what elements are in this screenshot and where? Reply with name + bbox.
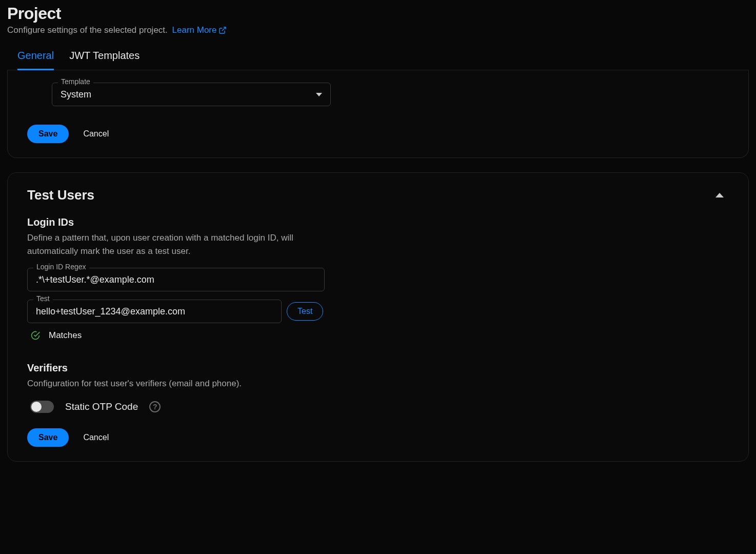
test-users-title: Test Users bbox=[27, 187, 94, 203]
template-card: Template System Save Cancel bbox=[7, 70, 749, 158]
tab-jwt-templates[interactable]: JWT Templates bbox=[69, 45, 140, 70]
static-otp-label: Static OTP Code bbox=[65, 401, 138, 412]
learn-more-link[interactable]: Learn More bbox=[172, 25, 227, 35]
test-row: Test Test bbox=[27, 300, 729, 323]
toggle-knob bbox=[31, 402, 42, 412]
template-buttons: Save Cancel bbox=[27, 125, 729, 143]
login-id-regex-field: Login ID Regex bbox=[27, 268, 729, 291]
page-title: Project bbox=[7, 4, 749, 23]
cancel-button[interactable]: Cancel bbox=[80, 432, 112, 443]
external-link-icon bbox=[218, 26, 227, 34]
collapse-icon[interactable] bbox=[715, 193, 724, 197]
test-button[interactable]: Test bbox=[287, 302, 323, 321]
check-circle-icon bbox=[30, 330, 41, 341]
template-field: Template System bbox=[52, 83, 331, 106]
static-otp-toggle[interactable] bbox=[30, 401, 54, 413]
help-icon[interactable]: ? bbox=[149, 401, 161, 412]
tabs: General JWT Templates bbox=[7, 45, 749, 70]
test-input[interactable] bbox=[27, 300, 282, 323]
verifiers-heading: Verifiers bbox=[27, 362, 729, 374]
test-field: Test bbox=[27, 300, 282, 323]
test-users-card: Test Users Login IDs Define a pattern th… bbox=[7, 172, 749, 462]
cancel-button[interactable]: Cancel bbox=[80, 129, 112, 139]
login-id-regex-input[interactable] bbox=[27, 268, 325, 291]
matches-text: Matches bbox=[49, 330, 82, 341]
save-button[interactable]: Save bbox=[27, 125, 69, 143]
caret-down-icon bbox=[316, 93, 322, 96]
login-ids-description: Define a pattern that, upon user creatio… bbox=[27, 231, 325, 258]
match-result: Matches bbox=[30, 330, 729, 341]
login-id-regex-label: Login ID Regex bbox=[33, 263, 89, 271]
test-users-header: Test Users bbox=[27, 187, 729, 203]
svg-line-0 bbox=[222, 27, 226, 31]
page-description: Configure settings of the selected proje… bbox=[7, 25, 749, 35]
static-otp-row: Static OTP Code ? bbox=[30, 401, 729, 413]
template-label: Template bbox=[58, 77, 93, 86]
test-users-buttons: Save Cancel bbox=[27, 428, 729, 447]
verifiers-description: Configuration for test user's verifiers … bbox=[27, 377, 325, 390]
template-select[interactable]: System bbox=[52, 83, 331, 106]
template-selected-value: System bbox=[61, 89, 91, 100]
test-label: Test bbox=[33, 294, 53, 303]
tab-general[interactable]: General bbox=[17, 45, 54, 70]
save-button[interactable]: Save bbox=[27, 428, 69, 447]
login-ids-heading: Login IDs bbox=[27, 216, 729, 228]
project-settings-page: Project Configure settings of the select… bbox=[0, 4, 756, 469]
